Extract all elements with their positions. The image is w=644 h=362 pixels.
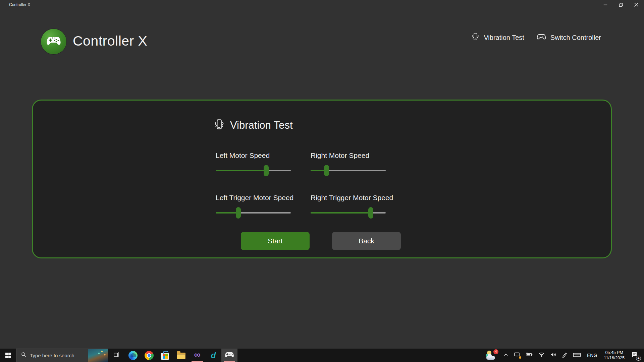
file-explorer-icon bbox=[177, 353, 185, 359]
touch-keyboard-tray-button[interactable] bbox=[570, 352, 584, 359]
minimize-icon bbox=[603, 3, 607, 7]
system-tray: 4 bbox=[484, 349, 644, 362]
taskbar-app-controller-x[interactable] bbox=[221, 349, 237, 362]
notification-icon: 4 bbox=[631, 351, 639, 360]
chrome-icon bbox=[145, 351, 154, 360]
right-trigger-motor-speed-slider[interactable] bbox=[311, 207, 386, 219]
taskbar-search[interactable] bbox=[16, 349, 108, 362]
gamepad-logo-icon bbox=[46, 36, 62, 48]
taskbar-app-file-explorer[interactable] bbox=[173, 349, 189, 362]
weather-tray-button[interactable]: 4 bbox=[484, 350, 500, 360]
taskbar-app-store[interactable] bbox=[157, 349, 173, 362]
top-nav: Vibration Test Switch Controller bbox=[471, 32, 601, 43]
battery-tray-button[interactable] bbox=[523, 352, 536, 359]
notification-badge: 4 bbox=[636, 356, 641, 361]
start-menu-button[interactable] bbox=[0, 349, 16, 362]
clock[interactable]: 05:45 PM 11/16/2025 bbox=[600, 350, 628, 361]
left-motor-speed-slider[interactable] bbox=[216, 165, 291, 177]
task-view-icon bbox=[113, 352, 120, 359]
wifi-icon bbox=[538, 352, 545, 359]
dev-tool-icon: d bbox=[211, 351, 216, 359]
page-title: Controller X bbox=[73, 33, 147, 49]
nav-switch-controller[interactable]: Switch Controller bbox=[536, 34, 601, 42]
slider-thumb[interactable] bbox=[264, 165, 269, 176]
right-motor-speed-label: Right Motor Speed bbox=[311, 152, 411, 160]
taskbar-app-edge[interactable] bbox=[125, 349, 141, 362]
visual-studio-icon: ∞ bbox=[194, 350, 200, 359]
speaker-icon bbox=[550, 352, 556, 359]
close-button[interactable] bbox=[629, 0, 644, 9]
slider-fill bbox=[216, 212, 238, 214]
window-title: Controller X bbox=[9, 2, 30, 7]
nav-label: Vibration Test bbox=[484, 34, 524, 42]
titlebar: Controller X bbox=[0, 0, 644, 9]
nav-label: Switch Controller bbox=[550, 34, 601, 42]
slider-fill bbox=[311, 212, 371, 214]
wifi-tray-button[interactable] bbox=[536, 352, 547, 359]
display-tray-button[interactable] bbox=[511, 352, 523, 359]
show-hidden-icons-button[interactable] bbox=[500, 352, 511, 358]
restore-button[interactable] bbox=[613, 0, 629, 9]
panel-title: Vibration Test bbox=[230, 119, 293, 131]
microsoft-store-icon bbox=[161, 353, 169, 360]
window-controls bbox=[598, 0, 644, 9]
volume-tray-button[interactable] bbox=[547, 352, 559, 359]
windows-ink-tray-button[interactable] bbox=[559, 352, 570, 359]
keyboard-icon bbox=[573, 352, 581, 359]
back-button[interactable]: Back bbox=[332, 232, 401, 250]
app-logo bbox=[41, 29, 66, 54]
search-input[interactable] bbox=[30, 353, 80, 358]
task-view-button[interactable] bbox=[108, 349, 125, 362]
left-trigger-motor-speed-slider[interactable] bbox=[216, 207, 291, 219]
search-highlight-image[interactable] bbox=[88, 349, 108, 362]
left-trigger-motor-speed-label: Left Trigger Motor Speed bbox=[216, 194, 316, 202]
taskbar-app-chrome[interactable] bbox=[141, 349, 157, 362]
taskbar-app-visual-studio[interactable]: ∞ bbox=[189, 349, 205, 362]
chevron-up-icon bbox=[503, 352, 508, 358]
weather-icon: 4 bbox=[486, 350, 498, 360]
panel-heading: Vibration Test bbox=[213, 118, 293, 132]
edge-icon bbox=[128, 351, 138, 360]
left-motor-speed-label: Left Motor Speed bbox=[216, 152, 316, 160]
slider-thumb[interactable] bbox=[236, 207, 241, 219]
restore-icon bbox=[619, 3, 623, 7]
minimize-button[interactable] bbox=[598, 0, 613, 9]
battery-charging-icon bbox=[526, 352, 533, 359]
slider-thumb[interactable] bbox=[324, 165, 329, 176]
display-icon bbox=[514, 352, 520, 359]
search-icon bbox=[21, 352, 26, 359]
close-icon bbox=[634, 3, 638, 7]
app-window: Controller X Controller X bbox=[0, 0, 644, 362]
vibration-test-panel: Vibration Test Left Motor Speed Right Mo… bbox=[32, 100, 612, 258]
taskbar-app-dev-tool[interactable]: d bbox=[205, 349, 221, 362]
start-button[interactable]: Start bbox=[241, 232, 310, 250]
windows-logo-icon bbox=[5, 353, 11, 358]
right-motor-speed-slider[interactable] bbox=[311, 165, 386, 177]
slider-fill bbox=[216, 170, 266, 171]
phone-vibrate-icon bbox=[213, 118, 225, 132]
tray-time: 05:45 PM bbox=[604, 350, 625, 355]
taskbar: ∞ d 4 bbox=[0, 349, 644, 362]
language-indicator[interactable]: ENG bbox=[584, 353, 600, 358]
gamepad-icon bbox=[224, 352, 234, 359]
tray-date: 11/16/2025 bbox=[604, 355, 625, 361]
gamepad-icon bbox=[536, 34, 546, 42]
taskbar-empty-area bbox=[237, 349, 484, 362]
slider-thumb[interactable] bbox=[368, 207, 373, 219]
phone-vibrate-icon bbox=[471, 32, 480, 43]
action-center-button[interactable]: 4 bbox=[628, 351, 642, 360]
right-trigger-motor-speed-label: Right Trigger Motor Speed bbox=[311, 194, 411, 202]
nav-vibration-test[interactable]: Vibration Test bbox=[471, 32, 524, 43]
weather-badge: 4 bbox=[493, 349, 498, 354]
pen-icon bbox=[562, 352, 568, 359]
